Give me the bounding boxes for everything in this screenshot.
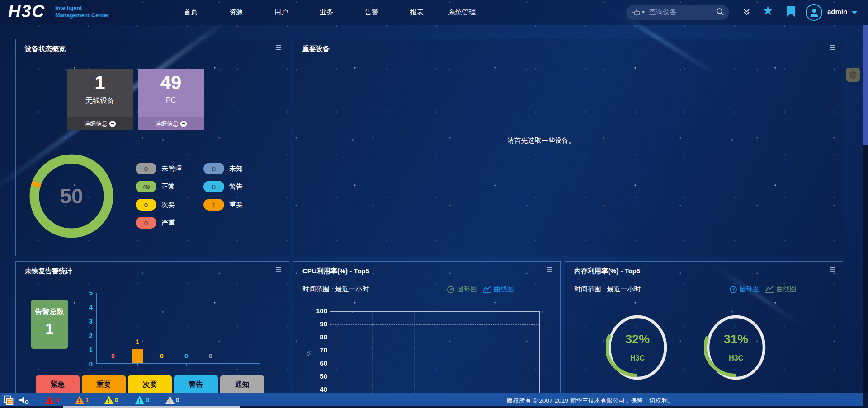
gridline [330, 351, 539, 351]
alarm-bar-value: 0 [150, 352, 174, 360]
button-major[interactable]: 重要 [82, 375, 126, 394]
button-notice[interactable]: 通知 [220, 375, 264, 394]
h3c-logo: H3C [8, 2, 45, 21]
button-minor[interactable]: 次要 [128, 375, 172, 394]
horizontal-scrollbar-thumb[interactable] [63, 406, 240, 408]
memory-device-label: H3C [704, 354, 768, 362]
nav-item-users[interactable]: 用户 [259, 8, 304, 17]
normal-count-pill[interactable]: 49 [136, 181, 156, 192]
alarm-bar-value: 0 [101, 352, 125, 360]
logo-subtitle-line1: Intelligent [55, 5, 109, 12]
footer-alarm-minor[interactable]: ! 0 [104, 396, 118, 404]
ring-view-toggle[interactable]: 圆环图 [447, 285, 477, 294]
alarm-total-card: 告警总数 1 [31, 300, 68, 349]
memory-usage-panel: 内存利用率(%) - Top5 ≡ 时间范围 : 最近一小时 圆环图 曲线图 3… [565, 261, 843, 408]
panel-menu-icon[interactable]: ≡ [829, 263, 835, 277]
footer-alarm-warning[interactable]: ! 0 [135, 396, 149, 404]
search-type-caret-icon[interactable] [642, 11, 645, 14]
vertical-scrollbar[interactable] [863, 25, 868, 408]
nav-item-reports[interactable]: 报表 [394, 8, 439, 17]
cpu-y-axis-unit: % [305, 351, 312, 356]
line-chart-icon [765, 286, 774, 293]
empty-state-message: 请首先选取一些设备。 [293, 136, 789, 145]
time-range-label: 时间范围 : 最近一小时 [574, 285, 641, 294]
cpu-usage-panel: CPU利用率(%) - Top5 ≡ 时间范围 : 最近一小时 圆环图 曲线图 … [293, 261, 561, 408]
detail-link[interactable]: 详细信息 ➜ [138, 117, 204, 130]
legend-label: 严重 [161, 219, 175, 227]
memory-percent: 32% [606, 333, 669, 347]
username[interactable]: admin [827, 8, 847, 15]
legend-label: 警告 [229, 183, 243, 191]
nav-item-system[interactable]: 系统管理 [439, 8, 485, 17]
device-search-box[interactable]: 查询设备 [626, 5, 729, 20]
collapse-chevron-icon[interactable] [743, 9, 750, 18]
critical-count-pill[interactable]: 0 [136, 217, 156, 229]
unmanaged-count-pill[interactable]: 0 [136, 163, 156, 174]
footer-alarm-urgent[interactable]: ! 0 [45, 396, 59, 404]
device-type-icon[interactable] [632, 9, 641, 16]
gear-icon [849, 70, 857, 79]
panel-menu-icon[interactable]: ≡ [829, 41, 835, 54]
wireless-device-card[interactable]: 1 无线设备 详细信息 ➜ [67, 69, 133, 130]
device-status-donut: 50 [28, 153, 114, 239]
alarm-bar-value: 1 [125, 338, 150, 345]
warning-count-pill[interactable]: 0 [203, 181, 224, 192]
footer-alarm-major[interactable]: ! 1 [75, 396, 89, 404]
minor-count-pill[interactable]: 0 [136, 199, 156, 211]
unknown-count-pill[interactable]: 0 [203, 163, 224, 174]
warning-triangle-icon: ! [45, 396, 54, 404]
panel-menu-icon[interactable]: ≡ [275, 263, 282, 277]
footer-alarm-notice[interactable]: ! 0 [165, 396, 179, 404]
legend-item-unknown: 0 未知 [203, 163, 243, 174]
ring-view-toggle[interactable]: 圆环图 [729, 285, 760, 294]
device-total-count: 50 [28, 153, 114, 239]
user-avatar[interactable] [806, 4, 822, 21]
panel-title: 未恢复告警统计 [25, 267, 72, 276]
alarm-bar-slot-警告: 0 [174, 293, 198, 363]
horizontal-scrollbar[interactable] [0, 406, 863, 408]
alarm-bar [132, 349, 143, 363]
alarm-total-value: 1 [31, 320, 68, 338]
alarm-count: 0 [146, 396, 149, 404]
panel-title: CPU利用率(%) - Top5 [302, 267, 369, 276]
line-view-toggle[interactable]: 曲线图 [482, 285, 514, 294]
user-menu-caret-icon[interactable] [852, 11, 857, 14]
memory-device-label: H3C [606, 354, 669, 362]
legend-item-unmanaged: 0 未管理 [136, 163, 182, 174]
cpu-y-tick: 90 [302, 320, 327, 328]
search-placeholder[interactable]: 查询设备 [649, 8, 716, 17]
button-warning[interactable]: 警告 [174, 375, 218, 394]
alarm-severity-buttons: 紧急 重要 次要 警告 通知 [36, 375, 264, 394]
nav-item-alarms[interactable]: 告警 [349, 8, 394, 17]
gauge-icon [447, 286, 455, 294]
line-view-label: 曲线图 [494, 285, 514, 294]
nav-item-resources[interactable]: 资源 [213, 8, 259, 17]
alarm-bar-value: 0 [198, 352, 223, 360]
alarm-bar-slot-通知: 0 [198, 293, 223, 363]
pc-device-card[interactable]: 49 PC 详细信息 ➜ [138, 69, 204, 130]
panel-menu-icon[interactable]: ≡ [547, 263, 553, 277]
widget-settings-button[interactable] [846, 68, 860, 82]
favorites-star-icon[interactable]: ★ [762, 3, 774, 18]
alarm-y-tick: 1 [79, 346, 93, 353]
warning-triangle-icon: ! [75, 396, 84, 404]
alarm-bar-slot-次要: 0 [150, 293, 174, 363]
panel-menu-icon[interactable]: ≡ [275, 41, 282, 54]
legend-label: 未管理 [161, 164, 182, 173]
nav-item-home[interactable]: 首页 [168, 8, 213, 17]
gridline [330, 377, 539, 377]
alarm-y-tick: 5 [79, 289, 93, 296]
search-icon[interactable] [716, 8, 724, 18]
bookmark-icon[interactable] [787, 6, 795, 17]
detail-link[interactable]: 详细信息 ➜ [67, 117, 133, 130]
vertical-scrollbar-thumb[interactable] [863, 25, 868, 145]
main-nav: 首页 资源 用户 业务 告警 报表 系统管理 [168, 0, 485, 25]
line-view-toggle[interactable]: 曲线图 [765, 285, 797, 294]
alarm-x-tick [162, 364, 162, 366]
gridline [330, 364, 539, 364]
nav-item-services[interactable]: 业务 [304, 8, 349, 17]
logo-subtitle: Intelligent Management Center [55, 5, 109, 19]
status-legend-col2: 0 未知 0 警告 1 重要 [203, 163, 243, 217]
major-count-pill[interactable]: 1 [203, 199, 224, 211]
button-urgent[interactable]: 紧急 [36, 375, 80, 394]
